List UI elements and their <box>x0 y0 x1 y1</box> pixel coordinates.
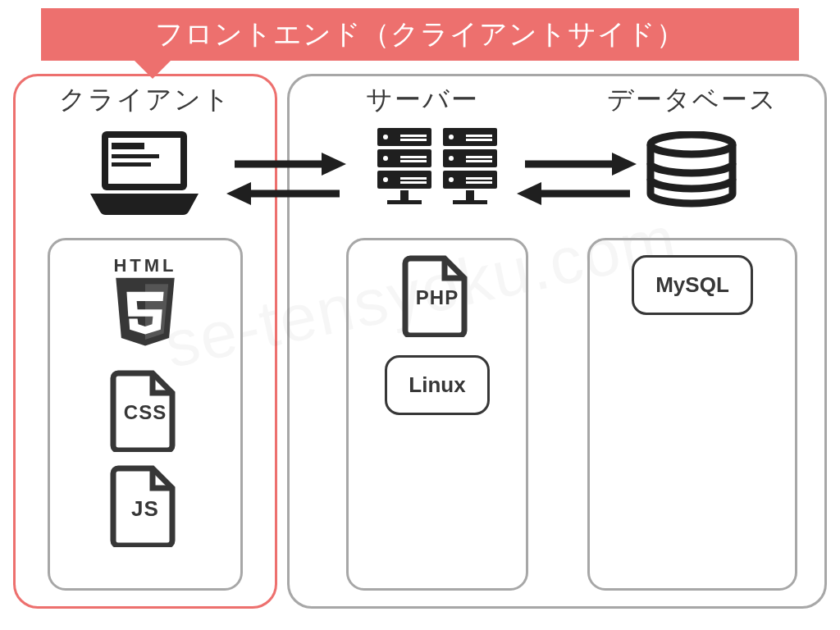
laptop-icon <box>87 128 202 218</box>
svg-marker-39 <box>612 153 637 176</box>
svg-rect-22 <box>400 177 427 180</box>
svg-rect-4 <box>112 162 151 167</box>
svg-rect-2 <box>112 143 144 149</box>
svg-rect-9 <box>387 200 422 204</box>
html5-badge: HTML <box>111 255 180 352</box>
css-file-item: CSS <box>108 370 182 475</box>
php-file-item: PHP <box>400 255 474 360</box>
client-tech-box: HTML CSS JS <box>48 238 243 591</box>
js-label: JS <box>131 496 159 522</box>
svg-rect-17 <box>400 139 427 141</box>
svg-point-21 <box>383 177 388 182</box>
svg-rect-20 <box>400 160 427 162</box>
linux-chip: Linux <box>385 355 489 415</box>
linux-label: Linux <box>409 372 465 397</box>
mysql-chip: MySQL <box>632 255 753 315</box>
svg-point-18 <box>383 156 388 161</box>
database-icon <box>643 131 740 217</box>
svg-rect-23 <box>400 181 427 184</box>
svg-point-15 <box>383 135 388 139</box>
mysql-label: MySQL <box>655 272 729 297</box>
svg-rect-13 <box>466 190 474 200</box>
diagram-canvas: フロントエンド（クライアントサイド） クライアント サーバー データベース se… <box>13 8 827 622</box>
svg-marker-37 <box>226 182 251 205</box>
database-tech-box: MySQL <box>587 238 797 591</box>
frontend-banner: フロントエンド（クライアントサイド） <box>41 8 799 61</box>
svg-rect-32 <box>466 181 492 184</box>
server-rack-icon <box>376 128 499 218</box>
svg-rect-25 <box>466 135 492 137</box>
svg-rect-8 <box>400 190 409 200</box>
svg-rect-31 <box>466 177 492 180</box>
svg-rect-14 <box>453 200 487 204</box>
svg-marker-41 <box>517 182 541 205</box>
html5-shield-icon <box>111 275 180 352</box>
svg-rect-26 <box>466 139 492 141</box>
svg-rect-3 <box>112 154 159 158</box>
svg-rect-29 <box>466 160 492 162</box>
svg-rect-28 <box>466 156 492 158</box>
client-server-arrows-icon <box>225 146 340 203</box>
css-label: CSS <box>124 401 167 424</box>
js-file-item: JS <box>108 465 182 573</box>
html-label: HTML <box>113 255 176 276</box>
svg-rect-19 <box>400 156 427 158</box>
svg-point-33 <box>651 135 733 154</box>
svg-marker-35 <box>322 153 346 176</box>
server-database-arrows-icon <box>515 146 630 203</box>
svg-point-30 <box>449 177 454 182</box>
svg-point-27 <box>449 156 454 161</box>
svg-point-24 <box>449 135 454 139</box>
server-tech-box: PHP Linux <box>346 238 528 591</box>
svg-rect-16 <box>400 135 427 137</box>
php-label: PHP <box>416 286 459 309</box>
frontend-banner-label: フロントエンド（クライアントサイド） <box>155 16 685 53</box>
